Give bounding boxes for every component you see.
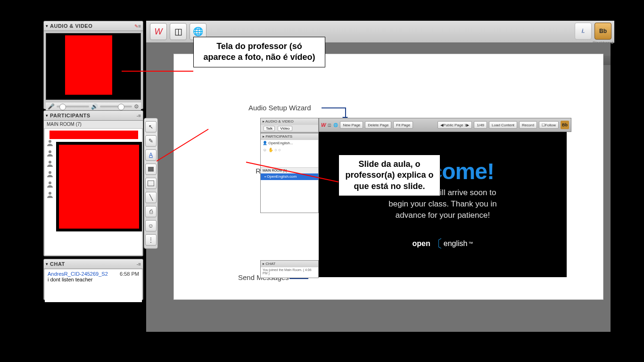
embedded-chat-panel: ▸ CHAT You joined the Main Room. ( 4:06 … xyxy=(260,260,319,278)
embedded-record[interactable]: Record xyxy=(519,121,537,129)
clipart-tool-icon[interactable]: ☺ xyxy=(145,220,157,231)
filled-rect-tool-icon[interactable] xyxy=(145,164,157,175)
svg-line-6 xyxy=(246,162,339,182)
person-icon xyxy=(46,139,54,147)
label-audio-setup: Audio Setup Wizard xyxy=(248,104,311,112)
blackboard-logo-button[interactable]: Bb Blackboard xyxy=(594,23,611,40)
panel-menu-icon[interactable]: ✎ xyxy=(134,24,138,29)
speaker-icon[interactable]: 🔊 xyxy=(91,103,98,110)
collapse-icon[interactable]: ▾ xyxy=(46,113,48,118)
annotation-line xyxy=(246,162,340,190)
slide-line: advance for your patience! xyxy=(396,211,490,220)
collapse-icon[interactable]: ▾ xyxy=(46,24,48,28)
participant-row-redacted xyxy=(50,131,138,139)
audio-video-titlebar[interactable]: ▾ AUDIO & VIDEO ✎ ≡ xyxy=(44,21,143,31)
person-icon xyxy=(46,191,54,198)
embedded-top-toolbar: W ◫🌐 New Page Delete Page Fit Page ◀ Pub… xyxy=(319,118,571,132)
guide-line xyxy=(345,107,346,118)
embedded-bb-icon[interactable]: Bb xyxy=(561,121,569,129)
annotation-line xyxy=(157,129,213,162)
chat-panel: ▾ CHAT -≡ AndresR_CID-245269_S2 6:58 PM … xyxy=(43,259,143,300)
embedded-new-page[interactable]: New Page xyxy=(340,121,363,129)
embedded-talk-button[interactable]: Talk xyxy=(264,126,275,131)
chat-timestamp: 6:58 PM xyxy=(120,271,139,277)
embedded-delete-page[interactable]: Delete Page xyxy=(365,121,391,129)
annotation-line xyxy=(122,71,193,72)
bb-label: Bb xyxy=(599,28,607,34)
person-icon xyxy=(46,170,54,178)
mic-icon[interactable]: 🎤 xyxy=(48,103,55,110)
pencil-tool-icon[interactable]: ✎ xyxy=(145,135,157,147)
embedded-load-content[interactable]: Load Content xyxy=(489,121,517,129)
embedded-video-button[interactable]: Video xyxy=(278,126,292,131)
panel-menu-icon[interactable]: -≡ xyxy=(137,113,141,118)
embedded-page-nav[interactable]: 1/49 xyxy=(474,121,487,129)
slide-line: begin your class. Thank you in xyxy=(388,199,496,209)
pointer-tool-icon[interactable]: ↖ xyxy=(145,121,157,132)
collapse-icon[interactable]: ▾ xyxy=(46,262,48,266)
participants-body xyxy=(45,129,142,255)
svg-line-7 xyxy=(157,129,208,161)
embedded-fit-page[interactable]: Fit Page xyxy=(393,121,413,129)
svg-point-4 xyxy=(49,181,51,184)
more-tool-icon[interactable]: ⋮ xyxy=(145,234,157,246)
screenshot-tool-icon[interactable]: ⎙ xyxy=(145,206,157,217)
svg-point-2 xyxy=(49,161,51,164)
line-tool-icon[interactable]: ╲ xyxy=(145,192,157,203)
participants-titlebar[interactable]: ▾ PARTICIPANTS -≡ xyxy=(44,111,143,121)
chat-titlebar[interactable]: ▾ CHAT -≡ xyxy=(44,259,143,269)
guide-line xyxy=(322,107,345,108)
embedded-audio-video-panel: ▸ AUDIO & VIDEO Talk Video xyxy=(260,118,319,133)
embedded-chat-line: You joined the Main Room. ( 4:06 PM ) xyxy=(261,267,318,276)
embedded-follow[interactable]: ☐ Follow xyxy=(539,121,559,129)
participants-list-redacted xyxy=(56,142,142,231)
embedded-screenshot: ▸ AUDIO & VIDEO Talk Video ▸ PARTICIPANT… xyxy=(260,118,567,277)
chat-body: AndresR_CID-245269_S2 6:58 PM i dont lis… xyxy=(45,269,142,302)
audio-video-panel: ▾ AUDIO & VIDEO ✎ ≡ 🎤 🔊 ⚙ xyxy=(43,21,143,109)
callout-slide: Slide da aula, o professor(a) explica o … xyxy=(339,155,440,196)
speaker-volume-slider[interactable] xyxy=(100,106,132,107)
teacher-photo-redacted xyxy=(65,35,112,95)
text-tool-icon[interactable]: A xyxy=(145,149,157,161)
gear-icon[interactable]: ⚙ xyxy=(134,103,139,110)
guide-line xyxy=(289,278,308,279)
callout-teacher-screen: Tela do professor (só aparece a foto, nã… xyxy=(193,37,325,67)
person-icon xyxy=(46,181,54,188)
panel-title: CHAT xyxy=(50,261,137,267)
person-icon xyxy=(46,160,54,167)
participant-icons-column xyxy=(46,139,54,198)
chat-message-row: AndresR_CID-245269_S2 6:58 PM xyxy=(48,271,139,277)
audio-controls: 🎤 🔊 ⚙ xyxy=(46,102,141,111)
svg-point-0 xyxy=(49,140,51,143)
svg-point-1 xyxy=(49,150,51,153)
info-button[interactable]: i. xyxy=(575,23,592,40)
room-header: MAIN ROOM (7) xyxy=(44,121,143,129)
panel-menu-icon[interactable]: ≡ xyxy=(138,24,141,29)
video-viewport xyxy=(46,33,141,100)
participants-panel: ▾ PARTICIPANTS -≡ MAIN ROOM (7) xyxy=(43,110,143,256)
rect-tool-icon[interactable] xyxy=(145,178,157,189)
person-icon xyxy=(46,149,54,157)
share-tool-icon[interactable]: ◫ xyxy=(170,23,187,40)
embedded-participant: 👤 OpenEnglish... xyxy=(261,140,318,147)
panel-title: AUDIO & VIDEO xyxy=(50,23,134,29)
whiteboard-tool-strip: ↖ ✎ A ╲ ⎙ ☺ ⋮ xyxy=(144,118,158,249)
svg-point-3 xyxy=(49,171,51,174)
embedded-welcome-slide: Welcome! The teacher will arrive soon to… xyxy=(319,132,567,277)
mic-volume-slider[interactable] xyxy=(57,106,89,107)
panel-menu-icon[interactable]: -≡ xyxy=(137,262,141,267)
whiteboard-tool-icon[interactable]: W xyxy=(150,23,167,40)
chat-message-text: i dont listen teacher xyxy=(48,277,139,282)
svg-point-5 xyxy=(49,192,51,195)
embedded-public-page[interactable]: ◀ Public Page 1 ▶ xyxy=(438,121,472,129)
panel-title: PARTICIPANTS xyxy=(50,113,137,118)
chat-author: AndresR_CID-245269_S2 xyxy=(48,271,108,277)
open-english-logo: open〔english™ xyxy=(413,236,473,251)
